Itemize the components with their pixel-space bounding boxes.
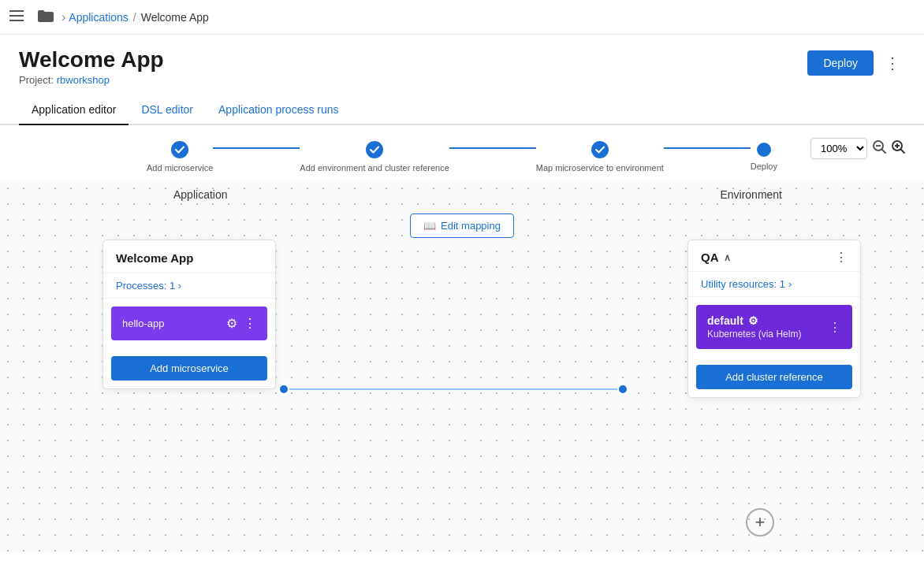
hamburger-icon[interactable] bbox=[9, 10, 24, 24]
step-map-microservice: Map microservice to environment bbox=[536, 141, 664, 173]
add-cluster-reference-button[interactable]: Add cluster reference bbox=[696, 365, 852, 389]
stepper-container: Add microservice Add environment and clu… bbox=[0, 125, 924, 180]
step-add-env: Add environment and cluster reference bbox=[300, 141, 449, 173]
step-line-3 bbox=[664, 147, 751, 149]
microservice-item: hello-app ⚙ ⋮ bbox=[111, 306, 267, 340]
app-card-processes[interactable]: Processes: 1 › bbox=[103, 273, 275, 299]
step-deploy: Deploy bbox=[751, 143, 777, 171]
step-label-1: Add microservice bbox=[147, 163, 213, 173]
processes-chevron: › bbox=[178, 280, 181, 292]
tab-application-editor[interactable]: Application editor bbox=[19, 95, 129, 125]
step-circle-1 bbox=[171, 141, 188, 158]
cluster-gear-icon: ⚙ bbox=[748, 314, 758, 327]
edit-mapping-label: Edit mapping bbox=[441, 220, 501, 232]
edit-mapping-button[interactable]: 📖 Edit mapping bbox=[410, 214, 514, 238]
deploy-button[interactable]: Deploy bbox=[807, 50, 874, 76]
env-card-name: QA bbox=[701, 251, 719, 264]
section-label-application: Application bbox=[173, 188, 228, 201]
project-label: Project: rbworkshop bbox=[19, 74, 164, 86]
svg-rect-2 bbox=[9, 20, 24, 21]
tab-process-runs[interactable]: Application process runs bbox=[206, 95, 352, 125]
breadcrumb-separator: / bbox=[133, 11, 136, 24]
top-bar: › Applications / Welcome App bbox=[0, 0, 924, 35]
env-chevron-icon[interactable]: ∧ bbox=[724, 252, 731, 263]
step-circle-2 bbox=[366, 141, 383, 158]
main-content: Add microservice Add environment and clu… bbox=[0, 125, 924, 568]
cluster-item: default ⚙ Kubernetes (via Helm) ⋮ bbox=[696, 305, 852, 349]
app-card-title: Welcome App bbox=[103, 240, 275, 273]
page-title: Welcome App bbox=[19, 47, 164, 72]
tabs-bar: Application editor DSL editor Applicatio… bbox=[0, 95, 924, 125]
add-environment-button[interactable]: + bbox=[746, 508, 774, 537]
svg-rect-0 bbox=[9, 10, 24, 12]
cluster-more-icon[interactable]: ⋮ bbox=[829, 320, 841, 335]
microservice-more-icon[interactable]: ⋮ bbox=[244, 316, 256, 331]
step-line-2 bbox=[449, 147, 536, 149]
canvas-area: Application Environment 📖 Edit mapping bbox=[0, 180, 924, 552]
svg-line-9 bbox=[901, 150, 904, 153]
microservice-name: hello-app bbox=[122, 318, 165, 329]
page-header-left: Welcome App Project: rbworkshop bbox=[19, 47, 164, 86]
step-line-1 bbox=[213, 147, 300, 149]
step-circle-4 bbox=[757, 143, 771, 157]
microservice-actions: ⚙ ⋮ bbox=[226, 316, 256, 331]
cluster-type: Kubernetes (via Helm) bbox=[707, 329, 801, 340]
utility-label: Utility resources: 1 bbox=[701, 278, 785, 290]
utility-chevron: › bbox=[788, 278, 792, 290]
microservice-gear-icon: ⚙ bbox=[226, 316, 237, 331]
zoom-out-icon[interactable] bbox=[872, 139, 886, 158]
step-label-2: Add environment and cluster reference bbox=[300, 163, 449, 173]
project-link[interactable]: rbworkshop bbox=[57, 74, 110, 86]
app-card: Welcome App Processes: 1 › hello-app ⚙ ⋮… bbox=[102, 240, 276, 389]
page-header-right: Deploy ⋮ bbox=[807, 50, 905, 76]
zoom-select[interactable]: 100% 75% 125% 150% bbox=[810, 138, 867, 159]
page-header: Welcome App Project: rbworkshop Deploy ⋮ bbox=[0, 35, 924, 95]
step-label-3: Map microservice to environment bbox=[536, 163, 664, 173]
cluster-item-info: default ⚙ Kubernetes (via Helm) bbox=[707, 314, 801, 340]
env-card-title-group: QA ∧ bbox=[701, 251, 731, 264]
step-add-microservice: Add microservice bbox=[147, 141, 213, 173]
breadcrumb-current: Welcome App bbox=[141, 11, 209, 24]
section-label-environment: Environment bbox=[720, 188, 782, 201]
folder-icon bbox=[38, 9, 54, 25]
svg-line-5 bbox=[882, 150, 885, 153]
zoom-control: 100% 75% 125% 150% bbox=[810, 138, 905, 159]
env-card-header: QA ∧ ⋮ bbox=[688, 240, 860, 272]
cluster-name: default ⚙ bbox=[707, 314, 801, 327]
breadcrumb-applications[interactable]: Applications bbox=[69, 11, 129, 24]
step-circle-3 bbox=[591, 141, 609, 158]
edit-mapping-book-icon: 📖 bbox=[423, 220, 436, 232]
stepper: Add microservice Add environment and clu… bbox=[147, 141, 777, 173]
env-utility-resources[interactable]: Utility resources: 1 › bbox=[688, 272, 860, 297]
env-more-icon[interactable]: ⋮ bbox=[835, 250, 848, 265]
svg-rect-1 bbox=[9, 15, 24, 17]
env-card: QA ∧ ⋮ Utility resources: 1 › default ⚙ … bbox=[687, 240, 861, 398]
step-label-4: Deploy bbox=[751, 162, 777, 171]
tab-dsl-editor[interactable]: DSL editor bbox=[129, 95, 206, 125]
breadcrumb-chevron: › bbox=[61, 10, 65, 24]
zoom-in-icon[interactable] bbox=[891, 139, 905, 158]
more-options-button[interactable]: ⋮ bbox=[880, 50, 905, 76]
add-microservice-button[interactable]: Add microservice bbox=[111, 356, 267, 381]
